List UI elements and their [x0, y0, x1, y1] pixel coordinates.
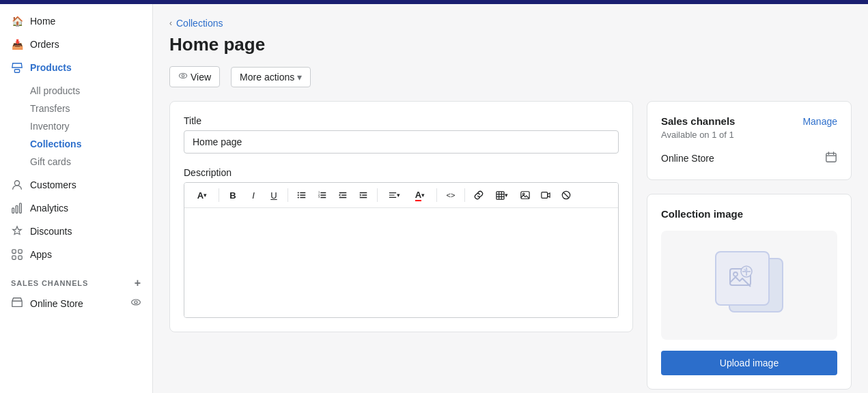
customers-icon	[11, 179, 23, 191]
sidebar-item-products[interactable]: Products	[0, 56, 152, 79]
sidebar: 🏠 Home 📥 Orders Products All products Tr…	[0, 4, 153, 393]
svg-point-9	[132, 300, 141, 305]
description-label: Description	[184, 167, 619, 178]
add-sales-channel-icon[interactable]: +	[135, 277, 141, 289]
sidebar-item-analytics[interactable]: Analytics	[0, 196, 152, 220]
left-column: Title Description A▾ B	[169, 101, 633, 390]
toolbar-sep-2	[288, 188, 288, 202]
rich-text-editor: A▾ B I U 123	[184, 182, 619, 318]
unordered-list-button[interactable]	[292, 186, 311, 205]
image-card-front	[715, 251, 770, 306]
home-icon: 🏠	[11, 15, 23, 27]
svg-point-17	[298, 194, 299, 196]
sidebar-item-gift-cards[interactable]: Gift cards	[30, 153, 152, 171]
link-button[interactable]	[469, 186, 488, 205]
right-panel: Sales channels Manage Available on 1 of …	[647, 101, 852, 390]
sidebar-item-transfers[interactable]: Transfers	[30, 100, 152, 117]
svg-rect-2	[12, 208, 14, 213]
ordered-list-button[interactable]: 123	[313, 186, 332, 205]
video-button[interactable]	[536, 186, 555, 205]
svg-point-1	[14, 181, 19, 186]
sidebar-item-online-store[interactable]: Online Store	[0, 292, 152, 315]
sidebar-item-orders[interactable]: 📥 Orders	[0, 33, 152, 56]
view-label: View	[191, 72, 211, 83]
svg-rect-44	[826, 154, 836, 162]
content-grid: Title Description A▾ B	[169, 101, 852, 390]
sidebar-item-collections[interactable]: Collections	[30, 135, 152, 153]
online-store-actions	[130, 297, 141, 310]
sales-channels-header: Sales channels Manage	[661, 115, 837, 127]
svg-rect-6	[18, 250, 22, 253]
svg-line-43	[564, 193, 569, 198]
title-input[interactable]	[184, 130, 619, 154]
more-actions-button[interactable]: More actions ▾	[231, 67, 311, 87]
italic-button[interactable]: I	[244, 186, 263, 205]
view-button[interactable]: View	[169, 66, 220, 87]
image-button[interactable]	[516, 186, 535, 205]
breadcrumb-label: Collections	[176, 18, 223, 29]
sidebar-item-all-products[interactable]: All products	[30, 82, 152, 100]
sidebar-item-customers-label: Customers	[30, 179, 76, 190]
breadcrumb[interactable]: ‹ Collections	[169, 18, 852, 29]
sales-channels-card: Sales channels Manage Available on 1 of …	[647, 101, 852, 180]
calendar-icon[interactable]	[825, 151, 837, 166]
editor-content[interactable]	[184, 208, 618, 317]
svg-point-11	[179, 74, 186, 78]
collection-image-title: Collection image	[661, 208, 837, 220]
sidebar-item-discounts[interactable]: Discounts	[0, 220, 152, 243]
svg-rect-5	[12, 250, 16, 253]
indent-increase-button[interactable]	[354, 186, 373, 205]
sidebar-item-inventory[interactable]: Inventory	[30, 117, 152, 135]
collection-image-card: Collection image	[647, 194, 852, 390]
align-button[interactable]: ▾	[382, 186, 406, 205]
sales-channels-subtitle: Available on 1 of 1	[661, 130, 837, 140]
indent-decrease-button[interactable]	[333, 186, 352, 205]
discounts-icon	[11, 225, 23, 237]
svg-text:3: 3	[318, 195, 320, 199]
text-style-button[interactable]: A▾	[190, 186, 214, 205]
svg-rect-0	[14, 70, 19, 73]
font-color-button[interactable]: A▾	[408, 186, 432, 205]
clear-format-button[interactable]	[557, 186, 576, 205]
svg-point-12	[182, 74, 184, 77]
products-icon	[11, 61, 23, 74]
store-icon	[11, 296, 23, 310]
eye-icon[interactable]	[130, 297, 141, 310]
online-store-name: Online Store	[661, 153, 714, 164]
upload-image-button[interactable]: Upload image	[661, 351, 837, 375]
chevron-down-icon: ▾	[297, 72, 302, 83]
toolbar-sep-1	[219, 188, 219, 202]
underline-button[interactable]: U	[264, 186, 283, 205]
image-placeholder	[661, 231, 837, 340]
sidebar-item-apps[interactable]: Apps	[0, 243, 152, 266]
more-actions-label: More actions	[240, 72, 294, 83]
svg-point-10	[135, 301, 137, 304]
editor-toolbar: A▾ B I U 123	[184, 183, 618, 208]
code-button[interactable]: <>	[441, 186, 460, 205]
sidebar-item-discounts-label: Discounts	[30, 226, 72, 237]
manage-link[interactable]: Manage	[802, 116, 837, 127]
sidebar-item-home-label: Home	[30, 16, 55, 27]
apps-icon	[11, 248, 23, 261]
table-button[interactable]: ▾	[490, 186, 514, 205]
toolbar-sep-3	[377, 188, 378, 202]
sidebar-item-customers[interactable]: Customers	[0, 173, 152, 196]
sidebar-item-home[interactable]: 🏠 Home	[0, 10, 152, 33]
svg-rect-34	[496, 191, 504, 199]
sidebar-item-products-label: Products	[30, 62, 72, 73]
svg-point-16	[298, 192, 299, 193]
svg-rect-8	[18, 256, 22, 259]
image-stack	[708, 251, 790, 319]
svg-point-18	[298, 196, 299, 198]
bold-button[interactable]: B	[223, 186, 242, 205]
sidebar-item-orders-label: Orders	[30, 39, 59, 50]
page-title: Home page	[169, 34, 852, 55]
svg-rect-4	[20, 203, 22, 213]
title-label: Title	[184, 115, 619, 126]
sidebar-item-apps-label: Apps	[30, 249, 52, 260]
breadcrumb-chevron: ‹	[169, 18, 172, 28]
svg-rect-7	[12, 256, 16, 259]
action-bar: View More actions ▾	[169, 66, 852, 87]
sales-channels-title: Sales channels	[661, 115, 735, 127]
orders-icon: 📥	[11, 38, 23, 50]
